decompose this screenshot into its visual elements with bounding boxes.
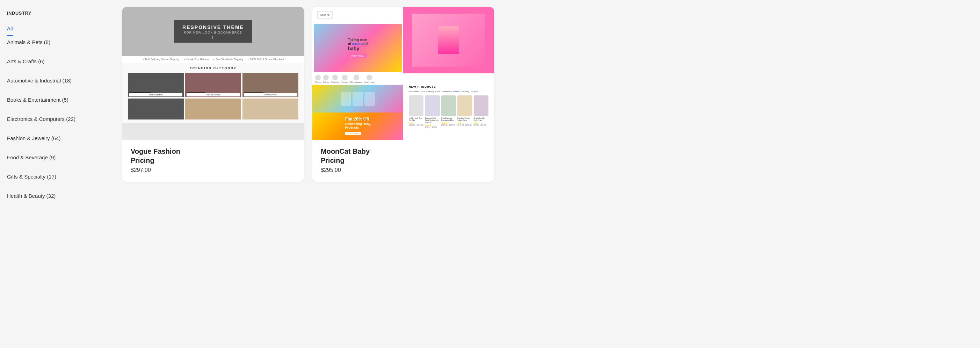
sidebar-item-books[interactable]: Books & Entertainment (5) xyxy=(7,93,105,106)
sidebar-item-gifts[interactable]: Gifts & Specialty (17) xyxy=(7,170,105,183)
cat-feeding: Feeding xyxy=(331,75,339,83)
sidebar-title: INDUSTRY xyxy=(7,11,105,16)
grid-item-jewellery: Designer Look Jewellery SHOP COLLECTION xyxy=(128,73,184,97)
sale-text-2: Bestselling Baby xyxy=(345,122,371,126)
filter-shop-all: Shop All xyxy=(471,91,478,92)
product-thumbnail-mooncat: Shop All Taking care of mom and baby SHO… xyxy=(312,7,494,140)
baby-top-left: Shop All Taking care of mom and baby SHO… xyxy=(312,7,403,73)
filter-nursery: Nursery xyxy=(462,91,469,92)
nav-item-1: ✓ Bulk Ordering Sale on Shipping xyxy=(143,58,180,61)
baby-product-3: Cute Premium Bassinet in Blue ⭐⭐⭐$358.03… xyxy=(441,95,456,128)
product-label-2: Compact Fold Baby Stroller with Canopy xyxy=(425,117,439,123)
product-price-2: ⭐⭐⭐$64.34 - $96.56 xyxy=(425,124,439,128)
fashion-grid-row1: Designer Look Jewellery SHOP COLLECTION … xyxy=(128,73,298,97)
hero-sub: FOR NEW LOOK BIGCOMMERCE xyxy=(182,31,244,34)
cat-kitchenware: Kitchenware xyxy=(350,75,362,83)
baby-product-2: Compact Fold Baby Stroller with Canopy ⭐… xyxy=(425,95,439,128)
baby-product-1: Lit Slim + All City Zip Bike ⭐⭐$290.00 -… xyxy=(409,95,423,128)
baby-shop-all: Shop All xyxy=(317,11,332,19)
nav-item-4: ✓ 100% Safe & Secure Checkout xyxy=(247,58,284,61)
new-products-label: NEW PRODUCTS xyxy=(406,84,491,90)
sale-cta: SHOP NOW xyxy=(345,132,361,135)
nav-item-3: ✓ Free Worldwide Shipping xyxy=(213,58,243,61)
product-thumbnail-vogue: RESPONSIVE THEME FOR NEW LOOK BIGCOMMERC… xyxy=(122,7,304,140)
grid-item-family: The Family Collection SHOP COLLECTION xyxy=(242,73,298,97)
product-label-1: Lit Slim + All City Zip Bike xyxy=(409,117,423,121)
grid-row2-item-3 xyxy=(242,99,298,119)
filter-healthcare: Healthcare xyxy=(442,91,452,92)
product-price-4: ⭐⭐$179.63 - $269.95 xyxy=(457,122,472,126)
fashion-grid-row2 xyxy=(128,99,298,119)
fashion-hero: RESPONSIVE THEME FOR NEW LOOK BIGCOMMERC… xyxy=(122,7,304,56)
product-price-mooncat: $295.00 xyxy=(321,167,486,173)
sidebar-item-electronics[interactable]: Electronics & Computers (22) xyxy=(7,113,105,126)
baby-bottom-left-col: Photo Babies Feeding Nursery xyxy=(312,73,403,140)
sale-text-1: Flat 20% Off xyxy=(345,117,371,122)
baby-product-4: Portable Crib to Safari Cover ⭐⭐$179.63 … xyxy=(457,95,472,128)
sidebar-item-arts-crafts[interactable]: Arts & Crafts (6) xyxy=(7,55,105,68)
baby-bottom-right: NEW PRODUCTS Bookmarks Sold Clothing Cri… xyxy=(403,73,494,140)
filter-clothing: Clothing xyxy=(426,91,434,92)
cat-nursery: Nursery xyxy=(341,75,348,83)
sidebar: INDUSTRY All Animals & Pets (8) Arts & C… xyxy=(0,0,112,348)
sidebar-item-animals-pets[interactable]: Animals & Pets (8) xyxy=(7,36,105,49)
product-info-mooncat: MoonCat Baby Pricing $295.00 xyxy=(312,140,494,182)
product-price-1: ⭐⭐$290.00 - $379.93 xyxy=(409,122,423,126)
sale-text-3: Products xyxy=(345,126,371,129)
grid-row2-item-2 xyxy=(185,99,241,119)
sidebar-item-automotive[interactable]: Automotive & Industrial (18) xyxy=(7,74,105,87)
product-label-4: Portable Crib to Safari Cover xyxy=(457,117,472,121)
product-label-5: Single/Double High Chair xyxy=(474,117,488,121)
filter-bookmarks: Bookmarks xyxy=(409,91,419,92)
cat-photo: Photo xyxy=(315,75,321,83)
baby-top-right xyxy=(403,7,494,73)
grid-row2-item-1 xyxy=(128,99,184,119)
grid-item-bags: Hot Bags Collection SHOP COLLECTION xyxy=(185,73,241,97)
product-price-3: ⭐⭐⭐$358.03 - $567.75 xyxy=(441,122,456,126)
product-card-vogue[interactable]: RESPONSIVE THEME FOR NEW LOOK BIGCOMMERC… xyxy=(122,7,304,182)
baby-hero-text: Taking care of mom and baby SHOP NOW xyxy=(314,24,402,72)
product-name-mooncat: MoonCat Baby Pricing xyxy=(321,147,486,165)
hero-title: RESPONSIVE THEME xyxy=(182,24,244,30)
sidebar-item-health[interactable]: Health & Beauty (32) xyxy=(7,189,105,202)
cat-health: Health care xyxy=(364,75,375,83)
fashion-categories: TRENDING CATEGORY Designer Look Jeweller… xyxy=(122,63,304,123)
filter-cribs: Cribs xyxy=(435,91,440,92)
product-grid: RESPONSIVE THEME FOR NEW LOOK BIGCOMMERC… xyxy=(112,0,980,348)
baby-hero-image xyxy=(412,14,485,67)
nav-item-2: ✓ Hassle Free Returns xyxy=(184,58,209,61)
product-info-vogue: Vogue Fashion Pricing $297.00 xyxy=(122,140,304,182)
product-price-5: ⭐⭐$69.99 - $89.63 xyxy=(474,122,488,126)
product-name-vogue: Vogue Fashion Pricing xyxy=(130,147,296,165)
product-price-vogue: $297.00 xyxy=(130,167,296,173)
fashion-nav-strip: ✓ Bulk Ordering Sale on Shipping ✓ Hassl… xyxy=(122,56,304,63)
product-label-3: Cute Premium Bassinet in Blue xyxy=(441,117,456,121)
filter-planner: Planner xyxy=(453,91,460,92)
sidebar-item-all[interactable]: All xyxy=(7,22,13,36)
new-products-header: NEW PRODUCTS Bookmarks Sold Clothing Cri… xyxy=(406,84,491,93)
baby-product-5: Single/Double High Chair ⭐⭐$69.99 - $89.… xyxy=(474,95,488,128)
baby-products-row: Lit Slim + All City Zip Bike ⭐⭐$290.00 -… xyxy=(406,94,491,130)
product-card-mooncat[interactable]: Shop All Taking care of mom and baby SHO… xyxy=(312,7,494,182)
cat-babies: Babies xyxy=(323,75,329,83)
sidebar-item-fashion[interactable]: Fashion & Jewelry (64) xyxy=(7,132,105,145)
baby-sale-banner: Flat 20% Off Bestselling Baby Products S… xyxy=(312,113,403,140)
filter-sold: Sold xyxy=(421,91,425,92)
categories-title: TRENDING CATEGORY xyxy=(128,67,298,70)
sidebar-item-food[interactable]: Food & Beverage (9) xyxy=(7,151,105,164)
